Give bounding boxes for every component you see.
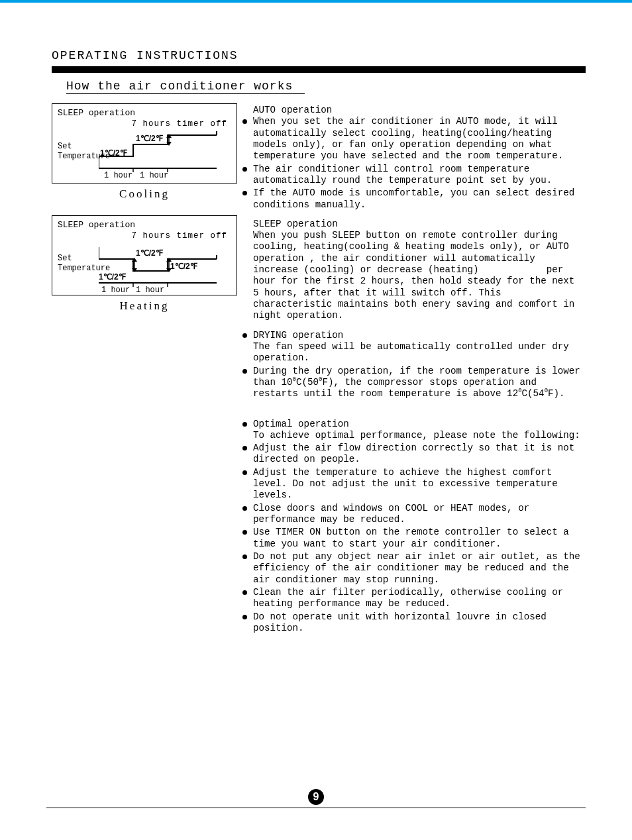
- heating-caption: Heating: [52, 299, 237, 313]
- footer-rule: [46, 808, 586, 808]
- sleep-heading: SLEEP operation: [253, 219, 586, 230]
- cooling-diagram: SLEEP operation 7 hours timer off Set Te…: [52, 103, 237, 184]
- set-label: Set: [58, 142, 99, 152]
- sleep-paragraph: When you push SLEEP button on remote con…: [253, 230, 586, 322]
- optimal-bullet-6: Clean the air filter periodically, other…: [253, 587, 586, 610]
- hour-label-1: 1 hour: [101, 286, 134, 295]
- auto-bullet-1: When you set the air conditioner in AUTO…: [253, 116, 586, 162]
- optimal-bullet-3: Close doors and windows on COOL or HEAT …: [253, 503, 586, 526]
- bullet-icon: [242, 530, 249, 535]
- optimal-bullet-1: Adjust the air flow direction correctly …: [253, 443, 586, 466]
- page-subtitle: How the air conditioner works: [66, 79, 305, 94]
- cooling-graph-icon: 1℃/2℉ 1℃/2℉ 1 hour 1 hour: [99, 130, 225, 182]
- drying-para: The fan speed will be automatically cont…: [253, 341, 569, 363]
- optimal-bullet-5: Do not put any object near air inlet or …: [253, 551, 586, 586]
- step-label-2: 1℃/2℉: [136, 248, 173, 258]
- temperature-label: Temperature: [58, 152, 99, 162]
- drying-block: DRYING operation The fan speed will be a…: [253, 330, 586, 364]
- auto-heading: AUTO operation: [253, 105, 586, 116]
- drying-heading: DRYING operation: [253, 330, 343, 341]
- bullet-icon: [242, 590, 249, 595]
- auto-bullet-2: The air conditioner will control room te…: [253, 164, 586, 187]
- temperature-label: Temperature: [58, 264, 99, 274]
- optimal-block: Optimal operation To achieve optimal per…: [253, 419, 586, 442]
- heating-graph-icon: 1℃/2℉ 1℃/2℉ 1℃/2℉ 1 hour 1 hour: [99, 242, 225, 300]
- step-label-3: 1℃/2℉: [170, 262, 207, 271]
- bullet-icon: [242, 422, 249, 427]
- diagram-timer-label: 7 hours timer off: [58, 119, 227, 129]
- optimal-bullet-7: Do not operate unit with horizontal louv…: [253, 611, 586, 635]
- set-label: Set: [58, 254, 99, 264]
- hour-label-2: 1 hour: [136, 286, 169, 295]
- bullet-icon: [242, 167, 249, 172]
- bullet-icon: [242, 470, 249, 475]
- step-label-1: 1℃/2℉: [100, 148, 137, 158]
- optimal-bullet-4: Use TIMER ON button on the remote contro…: [253, 527, 586, 550]
- optimal-bullet-2: Adjust the temperature to achieve the hi…: [253, 467, 586, 501]
- hour-label-2: 1 hour: [140, 171, 173, 180]
- diagram-timer-label: 7 hours timer off: [58, 231, 227, 240]
- heating-diagram: SLEEP operation 7 hours timer off Set Te…: [52, 215, 237, 295]
- bullet-icon: [242, 506, 249, 511]
- section-title: OPERATING INSTRUCTIONS: [52, 49, 586, 62]
- optimal-heading: Optimal operation: [253, 419, 349, 429]
- hour-label-1: 1 hour: [104, 171, 137, 180]
- bullet-icon: [242, 333, 249, 338]
- cooling-caption: Cooling: [52, 187, 237, 201]
- drying-bullet-2: During the dry operation, if the room te…: [253, 366, 586, 400]
- step-label-1: 1℃/2℉: [99, 272, 136, 282]
- bullet-icon: [242, 119, 249, 124]
- optimal-intro: To achieve optimal performance, please n…: [253, 430, 580, 441]
- bullet-icon: [242, 615, 249, 619]
- diagram-title: SLEEP operation: [58, 220, 231, 230]
- diagram-title: SLEEP operation: [58, 108, 231, 118]
- bullet-icon: [242, 369, 249, 374]
- step-label-2: 1℃/2℉: [136, 134, 173, 143]
- bullet-icon: [242, 191, 249, 195]
- auto-bullet-3: If the AUTO mode is uncomfortable, you c…: [253, 187, 586, 211]
- page-number-badge: 9: [308, 789, 324, 805]
- bullet-icon: [242, 446, 249, 450]
- heavy-rule: [52, 66, 586, 73]
- bullet-icon: [242, 554, 249, 559]
